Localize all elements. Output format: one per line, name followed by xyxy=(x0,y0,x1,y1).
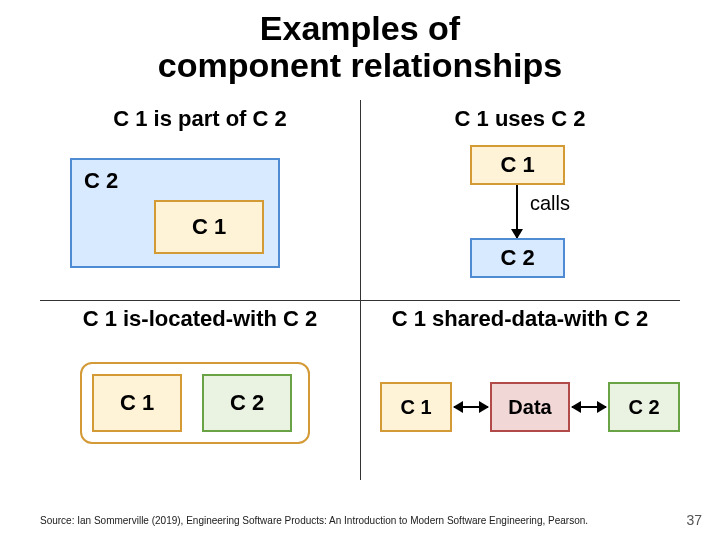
quadrant-title: C 1 uses C 2 xyxy=(360,106,680,132)
quadrant-uses: C 1 uses C 2 C 1 calls C 2 xyxy=(360,100,680,300)
quadrant-title: C 1 shared-data-with C 2 xyxy=(360,306,680,332)
quadrant-shared-data: C 1 shared-data-with C 2 C 1 Data C 2 xyxy=(360,300,680,500)
title-line-2: component relationships xyxy=(0,47,720,84)
box-c1: C 1 xyxy=(92,374,182,432)
quadrant-located-with: C 1 is-located-with C 2 C 1 C 2 xyxy=(40,300,360,500)
box-c2: C 2 xyxy=(470,238,565,278)
double-arrow-icon xyxy=(454,406,488,408)
quadrant-part-of: C 1 is part of C 2 C 2 C 1 xyxy=(40,100,360,300)
diagram-grid: C 1 is part of C 2 C 2 C 1 C 1 uses C 2 … xyxy=(40,100,680,480)
slide-title: Examples of component relationships xyxy=(0,0,720,85)
double-arrow-icon xyxy=(572,406,606,408)
container-c2-box: C 2 C 1 xyxy=(70,158,280,268)
box-c1: C 1 xyxy=(380,382,452,432)
nested-c1-box: C 1 xyxy=(154,200,264,254)
box-c2: C 2 xyxy=(202,374,292,432)
box-data: Data xyxy=(490,382,570,432)
title-line-1: Examples of xyxy=(0,10,720,47)
page-number: 37 xyxy=(686,512,702,528)
calls-arrow-icon xyxy=(516,185,518,238)
edge-label-calls: calls xyxy=(530,192,570,215)
box-c1: C 1 xyxy=(470,145,565,185)
quadrant-title: C 1 is-located-with C 2 xyxy=(40,306,360,332)
label-c2: C 2 xyxy=(84,168,118,194)
box-c2: C 2 xyxy=(608,382,680,432)
quadrant-title: C 1 is part of C 2 xyxy=(40,106,360,132)
source-citation: Source: Ian Sommerville (2019), Engineer… xyxy=(40,515,588,526)
